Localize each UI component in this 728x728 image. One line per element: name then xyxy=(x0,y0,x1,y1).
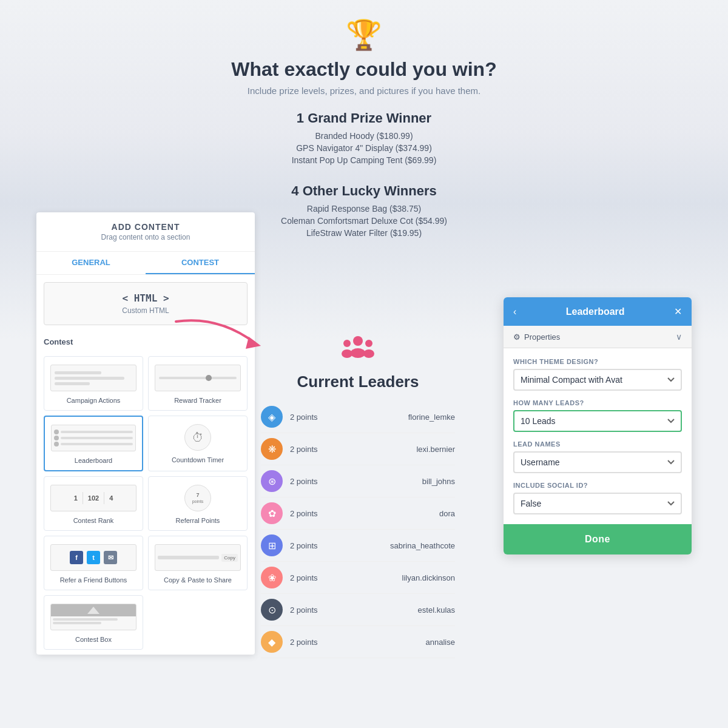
people-icon xyxy=(261,334,455,366)
countdown-timer-preview: ⏱ xyxy=(155,422,241,453)
contest-item-label: Reward Tracker xyxy=(155,397,241,404)
contest-item-label: Copy & Paste to Share xyxy=(155,576,241,584)
contest-item-label: Leaderboard xyxy=(51,457,136,464)
contest-item-reward[interactable]: Reward Tracker xyxy=(148,356,248,411)
leader-points: 2 points xyxy=(290,477,326,486)
leader-name: annalise xyxy=(426,638,455,647)
sidebar-add-content-title: ADD CONTENT xyxy=(46,222,245,232)
leader-points: 2 points xyxy=(290,541,326,550)
tab-contest[interactable]: CONTEST xyxy=(146,252,255,274)
theme-select[interactable]: Minimal Compact with Avat Full Width Com… xyxy=(513,369,682,391)
prize-title-2: 4 Other Lucky Winners xyxy=(12,183,716,199)
prize-item: Instant Pop Up Camping Tent ($69.99) xyxy=(12,155,716,165)
facebook-icon: f xyxy=(70,551,83,564)
leader-points: 2 points xyxy=(290,445,326,454)
contest-item-copy[interactable]: Copy Copy & Paste to Share xyxy=(148,536,248,590)
rank-val-1: 1 xyxy=(74,494,78,502)
leads-select[interactable]: 5 Leads 10 Leads 15 Leads 20 Leads xyxy=(513,410,682,432)
leader-points: 2 points xyxy=(290,509,326,518)
svg-marker-0 xyxy=(87,607,99,614)
page-subtitle: Include prize levels, prizes, and pictur… xyxy=(12,86,716,96)
properties-label: ⚙ Properties xyxy=(513,332,560,342)
contest-item-rank[interactable]: 1 102 4 Contest Rank xyxy=(44,476,143,531)
contest-item-label: Refer a Friend Buttons xyxy=(50,576,136,584)
names-label: LEAD NAMES xyxy=(513,440,682,448)
sidebar-tabs: GENERAL CONTEST xyxy=(36,252,255,275)
leaders-list: ◈ 2 points florine_lemke ❋ 2 points lexi… xyxy=(261,401,455,658)
social-id-label: INCLUDE SOCIAL ID? xyxy=(513,482,682,489)
contest-box-preview xyxy=(50,602,136,632)
contest-section-label: Contest xyxy=(36,332,255,351)
leaderboard-preview xyxy=(51,423,136,453)
sidebar-header: ADD CONTENT Drag content onto a section xyxy=(36,212,255,252)
contest-item-contestbox[interactable]: Contest Box xyxy=(44,595,143,650)
copy-paste-preview: Copy xyxy=(155,542,241,573)
rank-val-2: 102 xyxy=(88,494,99,502)
contest-item-label: Contest Box xyxy=(50,636,136,643)
social-select[interactable]: False True xyxy=(513,493,682,514)
rank-val-3: 4 xyxy=(109,494,113,502)
theme-label: WHICH THEME DESIGN? xyxy=(513,358,682,365)
social-buttons-preview: f t ✉ xyxy=(50,542,136,573)
contest-item-leaderboard[interactable]: Leaderboard xyxy=(44,416,143,471)
svg-point-3 xyxy=(351,348,365,358)
list-item: ✿ 2 points dora xyxy=(261,497,455,530)
contest-item-social[interactable]: f t ✉ Refer a Friend Buttons xyxy=(44,536,143,590)
leader-name: lilyan.dickinson xyxy=(402,573,455,582)
svg-point-4 xyxy=(343,340,351,347)
html-block[interactable]: < HTML > Custom HTML xyxy=(44,282,248,325)
svg-point-7 xyxy=(363,349,374,358)
properties-text: Properties xyxy=(524,332,560,342)
leaders-panel: Current Leaders ◈ 2 points florine_lemke… xyxy=(261,334,455,658)
trophy-icon: 🏆 xyxy=(12,18,716,52)
email-icon: ✉ xyxy=(104,551,117,564)
leader-points: 2 points xyxy=(290,638,326,647)
reward-tracker-preview xyxy=(155,363,241,393)
properties-section[interactable]: ⚙ Properties ∨ xyxy=(504,326,692,348)
list-item: ❋ 2 points lexi.bernier xyxy=(261,433,455,465)
page-title: What exactly could you win? xyxy=(12,58,716,81)
referral-points-preview: 7points xyxy=(155,483,241,513)
contest-item-label: Countdown Timer xyxy=(155,456,241,463)
campaign-actions-preview xyxy=(50,363,136,393)
chevron-down-icon: ∨ xyxy=(676,332,682,342)
contest-item-timer[interactable]: ⏱ Countdown Timer xyxy=(148,416,248,471)
contest-item-referral[interactable]: 7points Referral Points xyxy=(148,476,248,531)
svg-point-6 xyxy=(365,340,372,347)
leaders-title: Current Leaders xyxy=(261,372,455,391)
svg-point-5 xyxy=(342,349,352,358)
list-item: ⊛ 2 points bill_johns xyxy=(261,465,455,497)
html-block-sub: Custom HTML xyxy=(54,306,237,315)
sidebar-add-content-sub: Drag content onto a section xyxy=(46,233,245,241)
leader-name: bill_johns xyxy=(422,477,455,486)
html-block-title: < HTML > xyxy=(54,292,237,304)
leader-name: dora xyxy=(439,509,455,518)
names-select[interactable]: Username Full Name First Name xyxy=(513,451,682,473)
list-item: ◈ 2 points florine_lemke xyxy=(261,401,455,433)
list-item: ⊞ 2 points sabrina_heathcote xyxy=(261,530,455,562)
done-button[interactable]: Done xyxy=(504,524,692,554)
leader-points: 2 points xyxy=(290,605,326,615)
contest-item-label: Contest Rank xyxy=(50,517,136,524)
prize-block-1: 1 Grand Prize Winner Branded Hoody ($180… xyxy=(12,110,716,165)
gear-icon: ⚙ xyxy=(513,332,521,342)
list-item: ◆ 2 points annalise xyxy=(261,626,455,658)
leader-points: 2 points xyxy=(290,573,326,582)
list-item: ⊙ 2 points estel.kulas xyxy=(261,594,455,626)
contest-rank-preview: 1 102 4 xyxy=(50,483,136,513)
tab-general[interactable]: GENERAL xyxy=(36,252,146,274)
close-button[interactable]: ✕ xyxy=(674,306,682,317)
leader-points: 2 points xyxy=(290,413,326,422)
leader-name: florine_lemke xyxy=(408,413,455,422)
leader-name: lexi.bernier xyxy=(416,445,455,454)
list-item: ❀ 2 points lilyan.dickinson xyxy=(261,562,455,594)
leader-name: estel.kulas xyxy=(418,605,455,615)
prize-title-1: 1 Grand Prize Winner xyxy=(12,110,716,126)
contest-item-label: Referral Points xyxy=(155,517,241,524)
back-button[interactable]: ‹ xyxy=(513,306,516,317)
prize-item: Branded Hoody ($180.99) xyxy=(12,131,716,141)
right-panel: ‹ Leaderboard ✕ ⚙ Properties ∨ WHICH THE… xyxy=(504,297,692,554)
leader-name: sabrina_heathcote xyxy=(390,541,455,550)
svg-point-2 xyxy=(353,336,363,346)
contest-item-campaign[interactable]: Campaign Actions xyxy=(44,356,143,411)
